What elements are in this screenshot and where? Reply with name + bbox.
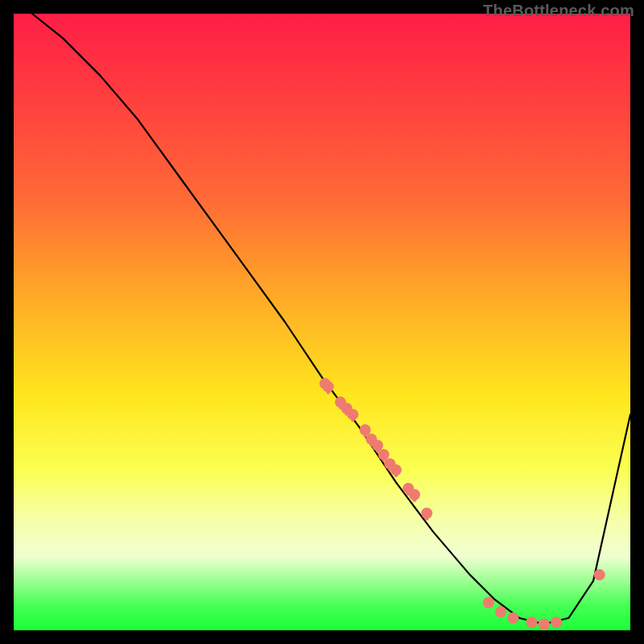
scatter-point <box>594 569 605 580</box>
scatter-point-drip <box>351 415 354 422</box>
scatter-points <box>320 378 605 630</box>
scatter-point-drip <box>376 445 379 452</box>
scatter-point <box>495 606 506 617</box>
scatter-point <box>526 617 537 628</box>
scatter-point <box>551 617 562 628</box>
scatter-point-drip <box>327 386 330 394</box>
scatter-point <box>508 613 519 624</box>
curve-overlay <box>14 14 630 630</box>
plot-area <box>14 14 630 630</box>
scatter-point-drip <box>413 495 416 502</box>
chart-container: TheBottleneck.com <box>0 0 644 644</box>
scatter-point-drip <box>382 455 385 462</box>
scatter-point <box>539 618 550 630</box>
scatter-point <box>483 597 494 609</box>
scatter-point-drip <box>363 430 366 437</box>
watermark-text: TheBottleneck.com <box>483 2 634 20</box>
scatter-point-drip <box>394 470 398 477</box>
scatter-point-drip <box>425 514 428 521</box>
bottleneck-curve-line <box>32 14 630 624</box>
